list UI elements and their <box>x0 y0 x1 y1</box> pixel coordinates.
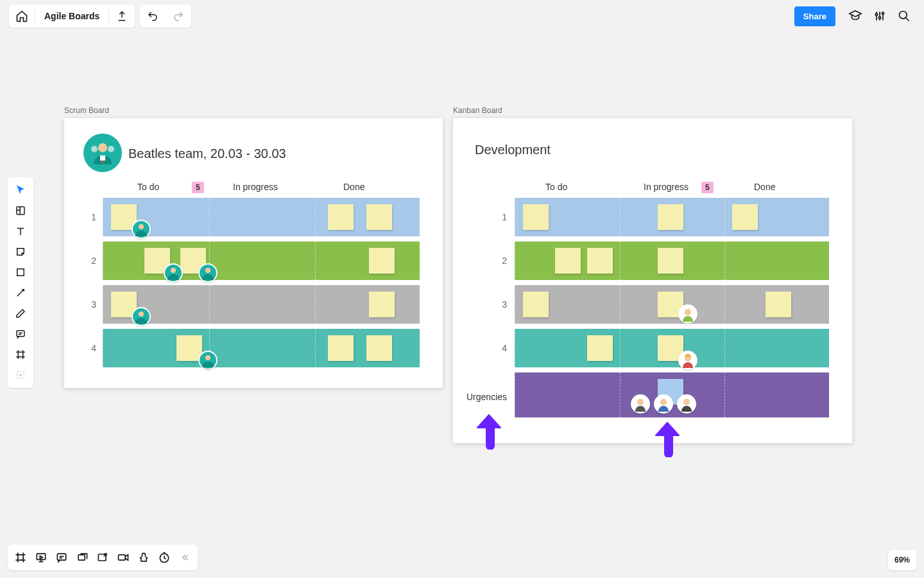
svg-point-15 <box>878 17 880 19</box>
svg-point-2 <box>91 146 98 152</box>
scrum-lane-3[interactable] <box>103 285 420 324</box>
svg-point-0 <box>98 143 107 152</box>
sticky[interactable] <box>555 248 581 274</box>
svg-point-3 <box>108 146 114 152</box>
kanban-lane-2[interactable] <box>515 241 829 280</box>
bottom-toolbar <box>8 545 198 570</box>
video-button[interactable] <box>113 545 133 570</box>
frame-label-kanban: Kanban Board <box>453 106 502 115</box>
sticky-tool[interactable] <box>8 241 33 262</box>
frame-label-scrum: Scrum Board <box>64 106 109 115</box>
svg-point-13 <box>683 399 690 405</box>
arrow-up-icon[interactable] <box>475 414 503 450</box>
frames-panel[interactable] <box>10 545 31 570</box>
avatar-icon <box>198 351 218 370</box>
svg-point-14 <box>875 13 877 15</box>
svg-point-4 <box>139 224 144 229</box>
svg-point-6 <box>205 268 210 273</box>
topbar: Agile Boards Share <box>0 0 924 32</box>
svg-rect-23 <box>57 554 65 560</box>
avatar-icon <box>198 263 218 283</box>
kanban-row-4: 4 <box>494 343 507 353</box>
svg-point-5 <box>171 268 176 273</box>
undo-button[interactable] <box>140 4 166 28</box>
svg-point-16 <box>882 12 884 14</box>
scrum-lane-4[interactable] <box>103 329 420 367</box>
kanban-inprogress-badge: 5 <box>701 182 714 193</box>
sticky[interactable] <box>658 204 683 230</box>
avatar-icon <box>132 307 151 326</box>
kanban-urgencies-label: Urgencies <box>466 392 507 402</box>
sticky[interactable] <box>658 248 683 274</box>
select-tool[interactable] <box>8 180 33 200</box>
avatar-icon <box>677 394 696 414</box>
sticky[interactable] <box>732 204 758 230</box>
kanban-lane-3[interactable] <box>515 285 829 324</box>
scrum-row-3: 3 <box>83 299 96 310</box>
scrum-title: Beatles team, 20.03 - 30.03 <box>128 146 286 161</box>
zoom-level[interactable]: 69% <box>888 550 916 570</box>
svg-point-11 <box>637 399 644 405</box>
kanban-lane-4[interactable] <box>515 329 829 367</box>
scrum-col-done: Done <box>343 182 364 192</box>
cards-button[interactable] <box>72 545 92 570</box>
settings-button[interactable] <box>869 5 891 27</box>
kanban-row-3: 3 <box>494 299 507 310</box>
frame-tool[interactable] <box>8 344 33 365</box>
redo-button[interactable] <box>166 4 191 28</box>
svg-rect-24 <box>78 555 85 560</box>
avatar-icon <box>654 394 673 414</box>
kanban-col-todo: To do <box>545 182 567 192</box>
sticky[interactable] <box>366 204 392 230</box>
sticky[interactable] <box>587 248 613 274</box>
svg-rect-1 <box>100 155 105 161</box>
canvas[interactable]: Scrum Board Beatles team, 20.03 - 30.03 … <box>0 0 924 578</box>
templates-tool[interactable] <box>8 200 33 221</box>
vote-button[interactable] <box>133 545 154 570</box>
more-tools[interactable] <box>8 365 33 385</box>
presentation-button[interactable] <box>31 545 51 570</box>
sticky[interactable] <box>369 292 395 317</box>
sticky[interactable] <box>523 204 549 230</box>
line-tool[interactable] <box>8 283 33 303</box>
kanban-lane-1[interactable] <box>515 198 829 236</box>
text-tool[interactable] <box>8 221 33 241</box>
scrum-col-todo: To do <box>137 182 159 192</box>
kanban-row-2: 2 <box>494 256 507 266</box>
export-button[interactable] <box>109 4 135 28</box>
embed-button[interactable] <box>92 545 113 570</box>
shape-tool[interactable] <box>8 262 33 283</box>
timer-button[interactable] <box>154 545 175 570</box>
kanban-lane-urgencies[interactable] <box>515 372 829 417</box>
learn-button[interactable] <box>844 5 866 27</box>
home-button[interactable] <box>9 4 35 28</box>
document-title[interactable]: Agile Boards <box>35 11 108 21</box>
scrum-lane-2[interactable] <box>103 241 420 280</box>
search-button[interactable] <box>893 5 915 27</box>
scrum-lane-1[interactable] <box>103 198 420 236</box>
sticky[interactable] <box>766 292 791 317</box>
pen-tool[interactable] <box>8 303 33 324</box>
sticky[interactable] <box>366 335 392 361</box>
sticky[interactable] <box>587 335 613 361</box>
comment-tool[interactable] <box>8 324 33 344</box>
sticky[interactable] <box>328 335 354 361</box>
sticky[interactable] <box>328 204 354 230</box>
scrum-col-inprogress: In progress <box>233 182 278 192</box>
avatar-icon <box>164 263 183 283</box>
left-toolbar <box>8 177 33 388</box>
kanban-row-1: 1 <box>494 212 507 222</box>
collapse-bottombar[interactable] <box>175 545 195 570</box>
scrum-row-1: 1 <box>83 212 96 222</box>
scrum-row-4: 4 <box>83 343 96 353</box>
share-button[interactable]: Share <box>794 6 835 26</box>
kanban-title: Development <box>475 143 551 157</box>
sticky[interactable] <box>523 292 549 317</box>
sticky[interactable] <box>369 248 395 274</box>
scrum-todo-badge: 5 <box>192 182 204 193</box>
comments-button[interactable] <box>51 545 72 570</box>
svg-rect-26 <box>119 555 126 560</box>
avatar-icon <box>631 394 650 414</box>
kanban-col-done: Done <box>754 182 775 192</box>
arrow-up-icon[interactable] <box>653 421 681 457</box>
